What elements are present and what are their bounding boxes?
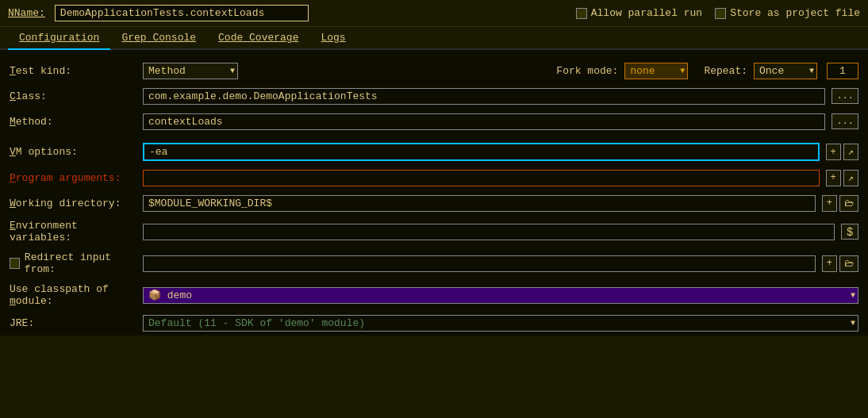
jre-select[interactable]: Default (11 - SDK of 'demo' module) xyxy=(143,315,858,332)
tab-bar: Configuration Grep Console Code Coverage… xyxy=(0,27,868,50)
working-dir-buttons: + 🗁 xyxy=(822,195,858,212)
allow-parallel-checkbox[interactable] xyxy=(576,8,587,19)
env-vars-row: Environment variables: $ xyxy=(0,216,868,247)
class-label: Class: xyxy=(10,90,136,102)
tab-grep-console[interactable]: Grep Console xyxy=(110,27,207,50)
method-row: Method: ... xyxy=(0,109,868,134)
top-bar: NName: Allow parallel run Store as proje… xyxy=(0,0,868,27)
configuration-panel: Test kind: Method ▼ Fork mode: none ▼ Re… xyxy=(0,50,868,336)
classpath-select-wrapper: 📦 demo ▼ xyxy=(143,287,858,304)
class-row: Class: ... xyxy=(0,83,868,109)
fork-mode-select-wrapper: none ▼ xyxy=(624,63,688,79)
store-project-label[interactable]: Store as project file xyxy=(715,7,860,19)
classpath-row: Use classpath of module: 📦 demo ▼ xyxy=(0,279,868,311)
allow-parallel-label[interactable]: Allow parallel run xyxy=(576,7,702,19)
vm-options-input[interactable] xyxy=(143,143,820,161)
vm-options-buttons: + ↗ xyxy=(826,144,858,160)
tab-configuration[interactable]: Configuration xyxy=(8,27,110,50)
redirect-checkbox[interactable] xyxy=(10,258,20,269)
redirect-buttons: + 🗁 xyxy=(822,255,858,272)
program-args-input[interactable] xyxy=(143,170,820,186)
env-vars-input[interactable] xyxy=(143,224,835,240)
class-browse-button[interactable]: ... xyxy=(832,88,858,104)
working-dir-browse-button[interactable]: 🗁 xyxy=(839,195,858,212)
name-input[interactable] xyxy=(55,5,309,21)
fork-mode-label: Fork mode: xyxy=(556,65,618,77)
method-input[interactable] xyxy=(143,113,825,130)
test-kind-row: Test kind: Method ▼ Fork mode: none ▼ Re… xyxy=(0,58,868,83)
method-browse-button[interactable]: ... xyxy=(832,113,858,129)
working-dir-input[interactable] xyxy=(143,195,816,212)
working-dir-add-button[interactable]: + xyxy=(822,195,837,212)
redirect-row: Redirect input from: + 🗁 xyxy=(0,247,868,279)
class-input[interactable] xyxy=(143,88,825,105)
test-kind-select[interactable]: Method xyxy=(143,63,238,79)
program-args-expand-button[interactable]: ↗ xyxy=(843,170,858,186)
test-kind-select-wrapper: Method ▼ xyxy=(143,63,238,79)
env-vars-label: Environment variables: xyxy=(10,220,136,244)
redirect-input[interactable] xyxy=(143,255,816,272)
test-kind-label: Test kind: xyxy=(10,65,136,77)
repeat-label: Repeat: xyxy=(704,65,747,77)
repeat-number-input[interactable] xyxy=(827,63,858,79)
jre-select-wrapper: Default (11 - SDK of 'demo' module) ▼ xyxy=(143,315,858,332)
classpath-label: Use classpath of module: xyxy=(10,283,136,307)
tab-code-coverage[interactable]: Code Coverage xyxy=(207,27,309,50)
jre-label: JRE: xyxy=(10,317,136,329)
working-dir-label: Working directory: xyxy=(10,197,136,209)
redirect-browse-button[interactable]: 🗁 xyxy=(839,255,858,272)
classpath-select[interactable]: 📦 demo xyxy=(143,287,858,304)
fork-mode-select[interactable]: none xyxy=(624,63,688,79)
redirect-add-button[interactable]: + xyxy=(822,255,837,272)
repeat-select-wrapper: Once ▼ xyxy=(754,63,817,79)
repeat-select[interactable]: Once xyxy=(754,63,817,79)
store-project-checkbox[interactable] xyxy=(715,8,726,19)
jre-row: JRE: Default (11 - SDK of 'demo' module)… xyxy=(0,311,868,336)
env-vars-dollar-button[interactable]: $ xyxy=(841,224,858,240)
program-args-buttons: + ↗ xyxy=(826,170,858,186)
top-right-controls: Allow parallel run Store as project file xyxy=(576,7,860,19)
class-buttons: ... xyxy=(832,88,858,104)
program-args-row: Program arguments: + ↗ xyxy=(0,165,868,190)
env-vars-buttons: $ xyxy=(841,224,858,240)
method-buttons: ... xyxy=(832,113,858,129)
vm-options-label: VM options: xyxy=(10,146,136,158)
working-dir-row: Working directory: + 🗁 xyxy=(0,190,868,216)
program-args-add-button[interactable]: + xyxy=(826,170,841,186)
program-args-label: Program arguments: xyxy=(10,172,136,184)
vm-options-expand-button[interactable]: ↗ xyxy=(843,144,858,160)
tab-logs[interactable]: Logs xyxy=(309,27,356,50)
method-label: Method: xyxy=(10,116,136,128)
redirect-label: Redirect input from: xyxy=(10,251,136,275)
vm-options-row: VM options: + ↗ xyxy=(0,139,868,165)
vm-options-add-button[interactable]: + xyxy=(826,144,841,160)
name-label: NName: xyxy=(8,7,45,19)
